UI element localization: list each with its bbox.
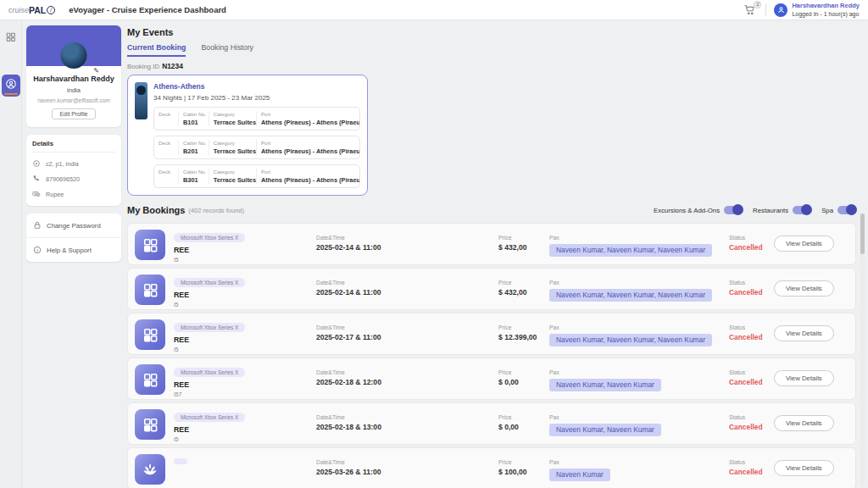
cart-icon[interactable]: 2 xyxy=(743,3,758,17)
table-row: Microsoft Xbox Series X REE i5 Date&Time… xyxy=(127,223,856,265)
datetime-label: Date&Time xyxy=(316,280,381,286)
cabin-row: Deck Cabin No. B301 Category Terrace Sui… xyxy=(153,164,360,188)
product-badge: Microsoft Xbox Series X xyxy=(174,233,245,242)
events-tabs: Current Booking Booking History xyxy=(127,43,856,57)
deck-label: Deck xyxy=(159,169,174,175)
xbox-grid-icon xyxy=(135,364,165,395)
row-title: REE xyxy=(174,380,245,389)
view-details-button[interactable]: View Details xyxy=(774,236,834,252)
row-subtitle: i57 xyxy=(174,391,245,398)
table-row: Microsoft Xbox Series X REE i57 Date&Tim… xyxy=(127,358,856,400)
table-row: Date&Time 2025-03-26 & 11:00 Price $ 100… xyxy=(127,447,856,488)
toggle-spa[interactable]: Spa xyxy=(821,206,856,214)
price-label: Price xyxy=(498,459,526,465)
cabin-row: Deck Cabin No. B201 Category Terrace Sui… xyxy=(153,136,360,159)
price-value: $ 12.399,00 xyxy=(498,333,537,341)
current-cruise-card[interactable]: Athens-Athens 34 Nights | 17 Feb 2025 - … xyxy=(127,75,368,196)
datetime-label: Date&Time xyxy=(316,324,381,330)
location-icon xyxy=(32,159,41,168)
logo-circle-icon: / xyxy=(47,6,55,14)
view-details-button[interactable]: View Details xyxy=(774,460,834,476)
datetime-label: Date&Time xyxy=(316,235,381,241)
scrollbar-thumb[interactable] xyxy=(860,214,865,254)
detail-currency: Rupee xyxy=(32,190,115,198)
price-value: $ 432,00 xyxy=(498,243,526,252)
list-scrollbar[interactable] xyxy=(860,214,865,486)
view-details-button[interactable]: View Details xyxy=(774,415,834,431)
category-value: Terrace Suites xyxy=(214,147,252,155)
cabin-no-label: Cabin No. xyxy=(183,140,204,146)
sidebar-item-profile[interactable] xyxy=(2,75,20,97)
product-badge: Microsoft Xbox Series X xyxy=(174,368,245,377)
datetime-value: 2025-02-14 & 11:00 xyxy=(316,288,381,297)
bookings-list: Microsoft Xbox Series X REE i5 Date&Time… xyxy=(127,223,856,488)
category-label: Category xyxy=(214,140,252,146)
pax-label: Pax xyxy=(549,280,712,286)
detail-address-text: c2, p1, india xyxy=(46,160,79,168)
toggle-switch-icon[interactable] xyxy=(837,206,856,214)
toggle-switch-icon[interactable] xyxy=(793,206,811,214)
view-details-button[interactable]: View Details xyxy=(774,280,834,297)
pax-label: Pax xyxy=(549,414,661,420)
login-status: Logged In - 1 hour(s) ago xyxy=(792,10,860,18)
lotus-icon xyxy=(135,454,165,485)
toggle-excursions-label: Excursions & Add-Ons xyxy=(654,207,720,214)
datetime-label: Date&Time xyxy=(316,414,381,420)
view-details-button[interactable]: View Details xyxy=(774,325,834,341)
logo-text-pal: PAL xyxy=(29,5,46,15)
currency-icon xyxy=(32,190,41,198)
avatar xyxy=(61,42,87,69)
edit-profile-button[interactable]: Edit Profile xyxy=(52,108,97,119)
datetime-label: Date&Time xyxy=(316,459,381,465)
help-support-item[interactable]: Help & Support xyxy=(26,237,121,262)
xbox-grid-icon xyxy=(135,230,165,260)
product-badge: Microsoft Xbox Series X xyxy=(174,278,245,287)
xbox-grid-icon xyxy=(135,274,165,305)
row-subtitle: i5 xyxy=(174,346,245,353)
datetime-value: 2025-02-17 & 11:00 xyxy=(316,333,381,341)
datetime-value: 2025-02-18 & 12:00 xyxy=(316,378,381,386)
status-label: Status xyxy=(729,280,763,286)
change-password-label: Change Password xyxy=(47,222,101,230)
price-value: $ 100,00 xyxy=(498,468,526,476)
booking-id: Booking IDN1234 xyxy=(127,62,856,70)
cruisepal-logo: cruise PAL / xyxy=(8,5,55,15)
category-label: Category xyxy=(214,111,252,117)
port-value: Athens (Piraeus) - Athens (Piraeus) xyxy=(261,119,355,126)
details-card: Details c2, p1, india 8790696520 xyxy=(26,135,121,206)
xbox-grid-icon xyxy=(135,319,165,350)
change-password-item[interactable]: Change Password xyxy=(26,214,121,237)
logo-text-cruise: cruise xyxy=(8,6,29,14)
pax-names: Naveen Kumar, Naveen Kumar, Naveen Kumar xyxy=(549,334,712,347)
price-label: Price xyxy=(498,369,519,375)
profile-card-header xyxy=(26,25,121,66)
status-label: Status xyxy=(729,459,763,465)
user-menu[interactable]: Harshavardhan Reddy Logged In - 1 hour(s… xyxy=(774,2,860,18)
pax-label: Pax xyxy=(549,235,712,241)
pax-names: Naveen Kumar, Naveen Kumar, Naveen Kumar xyxy=(549,244,712,257)
table-row: Microsoft Xbox Series X REE i5 Date&Time… xyxy=(127,268,856,310)
view-details-button[interactable]: View Details xyxy=(774,370,834,386)
cabin-no-label: Cabin No. xyxy=(183,111,204,117)
row-subtitle: i5 xyxy=(174,301,245,308)
records-count: (402 records found) xyxy=(188,207,243,214)
tab-current-booking[interactable]: Current Booking xyxy=(127,43,186,57)
port-label: Port xyxy=(261,111,355,117)
cabin-row: Deck Cabin No. B101 Category Terrace Sui… xyxy=(153,107,360,130)
pax-names: Naveen Kumar, Naveen Kumar xyxy=(549,424,661,436)
toggle-excursions[interactable]: Excursions & Add-Ons xyxy=(654,206,743,214)
price-label: Price xyxy=(498,414,519,420)
pax-names: Naveen Kumar xyxy=(549,469,610,481)
cabin-no-value: B101 xyxy=(183,119,204,126)
details-title: Details xyxy=(32,140,115,152)
dashboard-grid-icon[interactable] xyxy=(5,30,17,42)
cruise-route: Athens-Athens xyxy=(153,82,360,91)
toggle-switch-icon[interactable] xyxy=(724,206,743,214)
pax-label: Pax xyxy=(549,369,661,375)
toggle-restaurants[interactable]: Restaurants xyxy=(753,206,811,214)
price-label: Price xyxy=(498,235,526,241)
row-title: REE xyxy=(174,246,245,254)
edit-avatar-pencil-icon[interactable]: ✎ xyxy=(93,67,99,75)
booking-id-value: N1234 xyxy=(162,62,183,70)
tab-booking-history[interactable]: Booking History xyxy=(201,43,253,57)
